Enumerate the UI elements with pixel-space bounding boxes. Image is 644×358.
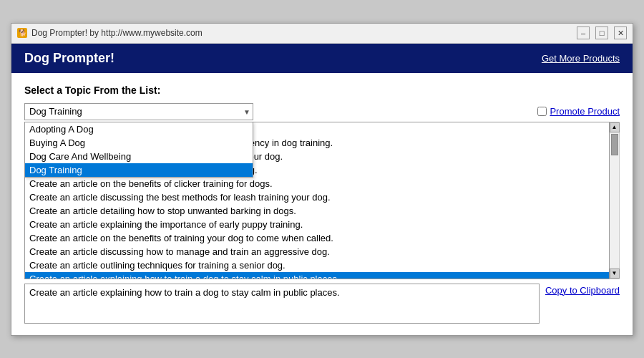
promote-product-link[interactable]: Promote Product xyxy=(550,106,620,117)
prompt-item[interactable]: Create an article detailing how to stop … xyxy=(25,204,609,218)
content-area: Select a Topic From the List: Dog Traini… xyxy=(11,73,633,335)
copy-to-clipboard-link[interactable]: Copy to Clipboard xyxy=(545,285,620,296)
header-bar: Dog Prompter! Get More Products xyxy=(11,44,633,73)
close-button[interactable]: ✕ xyxy=(614,26,627,39)
promote-row: Promote Product xyxy=(537,106,620,117)
dd-item-training[interactable]: Dog Training xyxy=(25,163,253,177)
scroll-up-button[interactable]: ▲ xyxy=(610,122,620,132)
title-bar-controls: – □ ✕ xyxy=(577,26,627,39)
dd-item-care[interactable]: Dog Care And Wellbeing xyxy=(25,150,253,163)
app-title: Dog Prompter! xyxy=(24,51,114,66)
dd-item-adopting[interactable]: Adopting A Dog xyxy=(25,122,253,136)
prompt-item[interactable]: Create an article outlining techniques f… xyxy=(25,258,609,272)
topic-row: Dog Training Adopting A Dog Buying A Dog… xyxy=(24,103,620,120)
maximize-button[interactable]: □ xyxy=(595,26,608,39)
scrollbar[interactable]: ▲ ▼ xyxy=(610,122,620,279)
prompt-item[interactable]: Create an article discussing the best me… xyxy=(25,190,609,204)
scroll-down-button[interactable]: ▼ xyxy=(610,268,620,279)
prompt-item[interactable]: Create an article on the benefits of tra… xyxy=(25,231,609,245)
scrollbar-thumb[interactable] xyxy=(611,134,618,155)
select-label: Select a Topic From the List: xyxy=(24,84,620,96)
topic-select-wrapper: Dog Training Adopting A Dog Buying A Dog… xyxy=(24,103,253,120)
main-window: 🐕 Dog Prompter! by http://www.mywebsite.… xyxy=(11,23,633,336)
output-textarea[interactable] xyxy=(24,284,540,324)
dropdown-open-container: Adopting A Dog Buying A Dog Dog Care And… xyxy=(24,122,620,279)
prompt-item[interactable]: Create an article discussing how to mana… xyxy=(25,245,609,258)
output-row: Copy to Clipboard xyxy=(24,284,620,324)
window-title: Dog Prompter! by http://www.mywebsite.co… xyxy=(31,28,203,38)
title-bar-left: 🐕 Dog Prompter! by http://www.mywebsite.… xyxy=(17,28,203,38)
topic-select[interactable]: Dog Training Adopting A Dog Buying A Dog… xyxy=(24,103,253,120)
prompt-item[interactable]: Create an article on the benefits of cli… xyxy=(25,177,609,190)
app-icon: 🐕 xyxy=(17,28,27,38)
get-more-products-link[interactable]: Get More Products xyxy=(542,53,620,64)
title-bar: 🐕 Dog Prompter! by http://www.mywebsite.… xyxy=(11,24,633,44)
dropdown-list[interactable]: Adopting A Dog Buying A Dog Dog Care And… xyxy=(24,122,253,178)
promote-checkbox[interactable] xyxy=(537,107,547,116)
minimize-button[interactable]: – xyxy=(577,26,590,39)
prompt-item[interactable]: Create an article explaining the importa… xyxy=(25,218,609,231)
dd-item-buying[interactable]: Buying A Dog xyxy=(25,136,253,150)
prompt-item[interactable]: Create an article explaining how to trai… xyxy=(25,272,609,279)
